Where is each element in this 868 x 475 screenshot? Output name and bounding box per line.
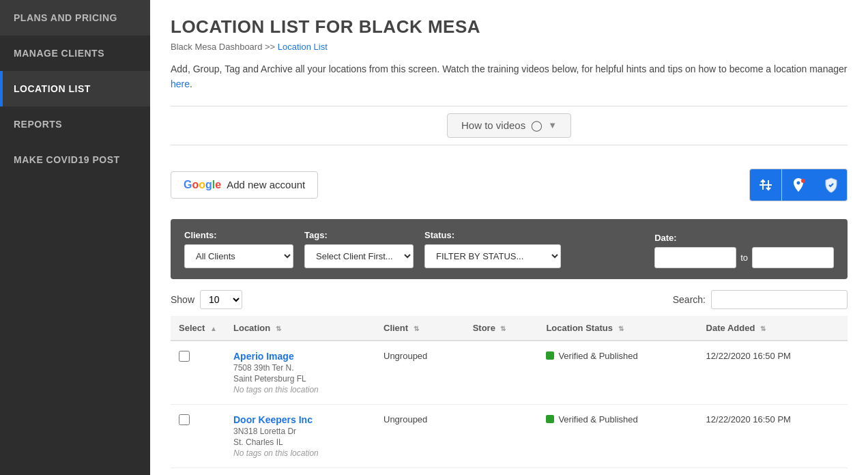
location-sort-icon: ⇅ <box>276 325 281 332</box>
status-sort-icon: ⇅ <box>618 325 624 332</box>
add-account-label: Add new account <box>227 179 305 190</box>
client-cell-0: Ungrouped <box>375 341 465 405</box>
shield-icon <box>823 177 839 193</box>
shield-icon-button[interactable] <box>815 169 848 201</box>
date-cell-1: 12/22/2020 16:50 PM <box>698 404 848 467</box>
show-select[interactable]: 10 25 50 100 <box>200 290 242 309</box>
date-inputs: to <box>654 247 834 268</box>
select-cell-1 <box>171 404 225 467</box>
date-sort-icon: ⇅ <box>760 325 766 332</box>
table-header-row: Select ▲ Location ⇅ Client ⇅ Store ⇅ Loc… <box>171 316 848 341</box>
status-cell-0: Verified & Published <box>538 341 697 405</box>
col-header-client[interactable]: Client ⇅ <box>375 316 465 341</box>
transfer-icon-button[interactable] <box>749 169 782 201</box>
select-sort-icon: ▲ <box>210 325 217 332</box>
client-sort-icon: ⇅ <box>414 325 419 332</box>
location-addr2-0: Saint Petersburg FL <box>233 374 367 384</box>
select-cell-0 <box>171 341 225 405</box>
how-to-videos-button[interactable]: How to videos ◯ ▼ <box>447 113 571 138</box>
location-addr1-0: 7508 39th Ter N. <box>233 363 367 373</box>
store-cell-0 <box>465 341 538 405</box>
google-logo: Google <box>184 179 221 191</box>
status-label-1: Verified & Published <box>558 414 637 424</box>
client-cell-1: Ungrouped <box>375 404 465 467</box>
toolbar: Google Add new account <box>171 162 848 208</box>
table-row: Door Keepers Inc 3N318 Loretta Dr St. Ch… <box>171 404 848 467</box>
store-sort-icon: ⇅ <box>500 325 506 332</box>
location-name-0[interactable]: Aperio Image <box>233 351 294 362</box>
clients-select[interactable]: All Clients <box>184 244 293 268</box>
location-pin-icon-button[interactable] <box>782 169 815 201</box>
data-table: Select ▲ Location ⇅ Client ⇅ Store ⇅ Loc… <box>171 316 848 468</box>
hero-link[interactable]: here <box>171 78 190 89</box>
transfer-icon <box>757 177 774 193</box>
status-select[interactable]: FILTER BY STATUS... <box>424 244 561 268</box>
tags-select[interactable]: Select Client First... <box>304 244 414 268</box>
date-from-input[interactable] <box>654 247 736 268</box>
sidebar-item-reports[interactable]: REPORTS <box>0 106 150 142</box>
chevron-down-icon: ◯ <box>531 119 542 132</box>
location-addr2-1: St. Charles IL <box>233 437 367 447</box>
filter-bar: Clients: All Clients Tags: Select Client… <box>171 219 848 279</box>
status-label-0: Verified & Published <box>558 351 637 361</box>
how-to-bar: How to videos ◯ ▼ <box>171 106 848 145</box>
status-cell-1: Verified & Published <box>538 404 697 467</box>
col-header-select[interactable]: Select ▲ <box>171 316 225 341</box>
svg-point-0 <box>801 179 805 183</box>
breadcrumb: Black Mesa Dashboard >> Location List <box>171 42 848 52</box>
sidebar-item-manage-clients[interactable]: MANAGE CLIENTS <box>0 35 150 71</box>
location-addr1-1: 3N318 Loretta Dr <box>233 427 367 436</box>
status-dot-1 <box>546 415 554 423</box>
date-cell-0: 12/22/2020 16:50 PM <box>698 341 848 405</box>
show-label: Show <box>171 294 194 305</box>
clients-label: Clients: <box>184 230 293 240</box>
breadcrumb-link[interactable]: Location List <box>278 42 328 52</box>
status-label: Status: <box>424 230 561 240</box>
row-checkbox-0[interactable] <box>179 351 190 362</box>
date-to-input[interactable] <box>752 247 834 268</box>
col-header-store[interactable]: Store ⇅ <box>465 316 538 341</box>
store-cell-1 <box>465 404 538 467</box>
sidebar-item-plans-pricing[interactable]: PLANS AND PRICING <box>0 0 150 35</box>
search-input[interactable] <box>711 290 848 309</box>
sidebar-item-covid19[interactable]: MAKE COVID19 POST <box>0 142 150 177</box>
location-name-1[interactable]: Door Keepers Inc <box>233 414 313 425</box>
sidebar: PLANS AND PRICING MANAGE CLIENTS LOCATIO… <box>0 0 150 475</box>
date-filter-group: Date: to <box>654 233 834 268</box>
add-account-button[interactable]: Google Add new account <box>171 171 318 199</box>
table-row: Aperio Image 7508 39th Ter N. Saint Pete… <box>171 341 848 405</box>
table-controls: Show 10 25 50 100 Search: <box>171 290 848 309</box>
sidebar-item-location-list[interactable]: LOCATION LIST <box>0 71 150 106</box>
status-filter-group: Status: FILTER BY STATUS... <box>424 230 561 268</box>
date-label: Date: <box>654 233 834 243</box>
location-cell-1: Door Keepers Inc 3N318 Loretta Dr St. Ch… <box>225 404 375 467</box>
main-content: LOCATION LIST FOR BLACK MESA Black Mesa … <box>150 0 868 475</box>
col-header-location-status[interactable]: Location Status ⇅ <box>538 316 697 341</box>
toolbar-icon-group <box>749 169 848 201</box>
location-tags-0: No tags on this location <box>233 385 367 394</box>
how-to-label: How to videos <box>461 119 525 131</box>
search-label: Search: <box>673 294 706 305</box>
dropdown-icon: ▼ <box>548 120 557 130</box>
location-tags-1: No tags on this location <box>233 448 367 458</box>
location-pin-icon <box>790 177 807 193</box>
page-title: LOCATION LIST FOR BLACK MESA <box>171 16 848 38</box>
date-to-label: to <box>740 253 748 263</box>
show-control: Show 10 25 50 100 <box>171 290 242 309</box>
clients-filter-group: Clients: All Clients <box>184 230 293 268</box>
tags-filter-group: Tags: Select Client First... <box>304 230 414 268</box>
tags-label: Tags: <box>304 230 414 240</box>
page-description: Add, Group, Tag and Archive all your loc… <box>171 61 848 92</box>
search-control: Search: <box>673 290 848 309</box>
row-checkbox-1[interactable] <box>179 414 190 425</box>
col-header-location[interactable]: Location ⇅ <box>225 316 375 341</box>
col-header-date-added[interactable]: Date Added ⇅ <box>698 316 848 341</box>
location-cell-0: Aperio Image 7508 39th Ter N. Saint Pete… <box>225 341 375 405</box>
status-dot-0 <box>546 351 554 360</box>
